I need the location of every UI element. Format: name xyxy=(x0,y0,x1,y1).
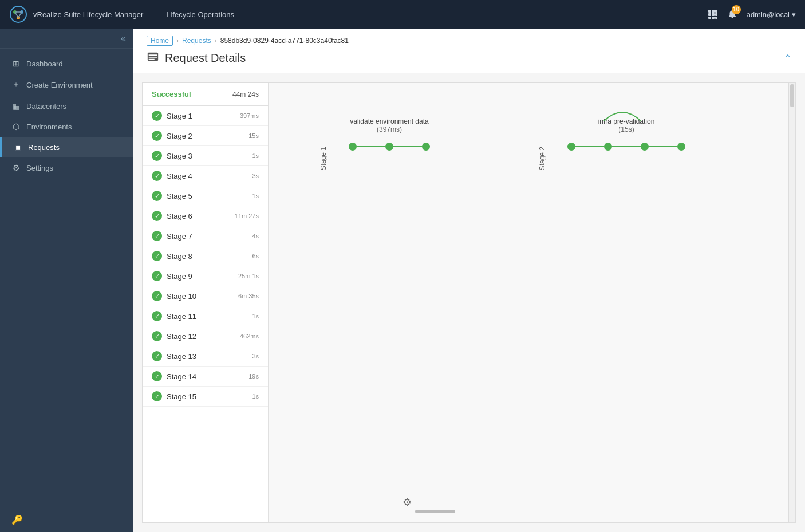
sidebar-label-dashboard: Dashboard xyxy=(26,60,63,68)
key-icon[interactable]: 🔑 xyxy=(11,515,23,525)
diagram-toolbar: ⚙ xyxy=(402,496,412,509)
sidebar-collapse-btn[interactable]: « xyxy=(0,29,133,49)
stage-list-item[interactable]: ✓ Stage 5 1s xyxy=(143,186,268,206)
sidebar-label-requests: Requests xyxy=(28,143,60,152)
grid-icon[interactable] xyxy=(708,9,718,19)
stage-list-item[interactable]: ✓ Stage 14 19s xyxy=(143,367,268,387)
sidebar-item-create-environment[interactable]: ＋ Create Environment xyxy=(0,74,133,96)
stage1-task-duration: (397ms) xyxy=(350,125,428,133)
stage-duration: 11m 27s xyxy=(235,212,259,219)
stage-left: ✓ Stage 10 xyxy=(152,291,196,301)
horizontal-scrollbar[interactable] xyxy=(415,510,455,513)
sidebar-item-datacenters[interactable]: ▦ Datacenters xyxy=(0,96,133,116)
user-menu[interactable]: admin@local ▾ xyxy=(747,10,796,19)
stage-list-item[interactable]: ✓ Stage 3 1s xyxy=(143,146,268,166)
sidebar-item-environments[interactable]: ⬡ Environments xyxy=(0,116,133,137)
breadcrumb: Home › Requests › 858db3d9-0829-4acd-a77… xyxy=(147,36,791,46)
svg-rect-11 xyxy=(712,13,715,16)
stage-left: ✓ Stage 8 xyxy=(152,251,192,261)
arc-svg xyxy=(599,121,645,144)
svg-rect-7 xyxy=(708,10,711,13)
pipeline-node xyxy=(641,143,649,151)
page-header: Home › Requests › 858db3d9-0829-4acd-a77… xyxy=(133,29,805,73)
stage-status: Successful xyxy=(152,90,191,98)
breadcrumb-requests[interactable]: Requests xyxy=(182,37,211,45)
page-title-text: Request Details xyxy=(165,52,246,65)
stage-check-icon: ✓ xyxy=(152,271,162,281)
svg-rect-14 xyxy=(712,17,715,19)
stage-list-item[interactable]: ✓ Stage 9 25m 1s xyxy=(143,266,268,286)
request-details-icon xyxy=(147,50,159,66)
collapse-icon[interactable]: « xyxy=(121,33,126,44)
stage-name: Stage 8 xyxy=(167,252,192,261)
stage-list-item[interactable]: ✓ Stage 2 15s xyxy=(143,126,268,146)
stage-name: Stage 10 xyxy=(167,292,196,301)
stage-check-icon: ✓ xyxy=(152,191,162,201)
stage-duration: 3s xyxy=(252,172,259,179)
stage-name: Stage 13 xyxy=(167,352,196,361)
diagram-stage-1: validate environment data (397ms) Stage … xyxy=(349,117,430,151)
dashboard-icon: ⊞ xyxy=(11,59,21,68)
stage-list-item[interactable]: ✓ Stage 7 4s xyxy=(143,226,268,246)
stage-name: Stage 3 xyxy=(167,152,192,160)
svg-rect-13 xyxy=(708,17,711,19)
sidebar-item-settings[interactable]: ⚙ Settings xyxy=(0,157,133,178)
stage-left: ✓ Stage 7 xyxy=(152,231,192,241)
stage-list-item[interactable]: ✓ Stage 6 11m 27s xyxy=(143,206,268,226)
sidebar-item-requests[interactable]: ▣ Requests xyxy=(0,137,133,157)
section-title: Lifecycle Operations xyxy=(167,10,234,19)
stage-list-item[interactable]: ✓ Stage 11 1s xyxy=(143,306,268,326)
notification-bell[interactable]: 10 xyxy=(727,9,737,21)
stage-list-item[interactable]: ✓ Stage 13 3s xyxy=(143,346,268,367)
gear-button[interactable]: ⚙ xyxy=(402,496,412,509)
breadcrumb-home[interactable]: Home xyxy=(147,36,173,46)
svg-line-5 xyxy=(15,12,18,18)
svg-rect-15 xyxy=(715,17,717,19)
panel-vscroll-thumb xyxy=(790,84,794,107)
stage-left: ✓ Stage 14 xyxy=(152,371,196,381)
stage-list-item[interactable]: ✓ Stage 10 6m 35s xyxy=(143,286,268,306)
breadcrumb-request-id: 858db3d9-0829-4acd-a771-80c3a40fac81 xyxy=(220,37,349,45)
stage-list-item[interactable]: ✓ Stage 8 6s xyxy=(143,246,268,266)
stage1-info: validate environment data (397ms) xyxy=(350,117,428,133)
sidebar-item-dashboard[interactable]: ⊞ Dashboard xyxy=(0,53,133,74)
stages-scroll[interactable]: ✓ Stage 1 397ms ✓ Stage 2 15s ✓ Stage 3 … xyxy=(143,106,268,522)
stage1-pipeline: Stage 1 xyxy=(349,143,430,151)
stage-duration: 6m 35s xyxy=(238,293,259,300)
stage-left: ✓ Stage 5 xyxy=(152,191,192,201)
username: admin@local xyxy=(747,10,790,19)
stage-check-icon: ✓ xyxy=(152,291,162,301)
panel-vertical-scrollbar[interactable] xyxy=(788,83,795,522)
diagram-area[interactable]: validate environment data (397ms) Stage … xyxy=(269,83,788,522)
stage-list-item[interactable]: ✓ Stage 1 397ms xyxy=(143,106,268,126)
stage-name: Stage 4 xyxy=(167,172,192,180)
content-area: Home › Requests › 858db3d9-0829-4acd-a77… xyxy=(133,29,805,532)
stage-check-icon: ✓ xyxy=(152,251,162,261)
stage-left: ✓ Stage 4 xyxy=(152,171,192,181)
stage-list-item[interactable]: ✓ Stage 15 1s xyxy=(143,387,268,407)
stages-header: Successful 44m 24s xyxy=(143,83,268,106)
pipeline-node xyxy=(677,143,685,151)
page-collapse-button[interactable]: ⌃ xyxy=(784,53,791,64)
stage-list-item[interactable]: ✓ Stage 4 3s xyxy=(143,166,268,186)
stage-name: Stage 12 xyxy=(167,332,196,341)
stage-left: ✓ Stage 1 xyxy=(152,111,192,121)
stage-left: ✓ Stage 11 xyxy=(152,311,196,321)
stage-name: Stage 11 xyxy=(167,312,196,321)
stage-left: ✓ Stage 13 xyxy=(152,351,196,361)
pipeline-line xyxy=(357,146,385,147)
pipeline-node xyxy=(349,143,357,151)
pipeline-line xyxy=(393,146,422,147)
page-title-row: Request Details ⌃ xyxy=(147,50,791,73)
sidebar-label-create-environment: Create Environment xyxy=(26,81,93,89)
sidebar-footer: 🔑 xyxy=(0,507,133,532)
stage-duration: 19s xyxy=(248,373,259,380)
stage-left: ✓ Stage 3 xyxy=(152,151,192,161)
stage-list-item[interactable]: ✓ Stage 12 462ms xyxy=(143,326,268,346)
pipeline-line xyxy=(649,146,677,147)
stage-duration: 3s xyxy=(252,353,259,360)
page-title: Request Details xyxy=(147,50,246,66)
svg-line-6 xyxy=(18,12,22,18)
stage-check-icon: ✓ xyxy=(152,331,162,341)
stage-check-icon: ✓ xyxy=(152,211,162,221)
